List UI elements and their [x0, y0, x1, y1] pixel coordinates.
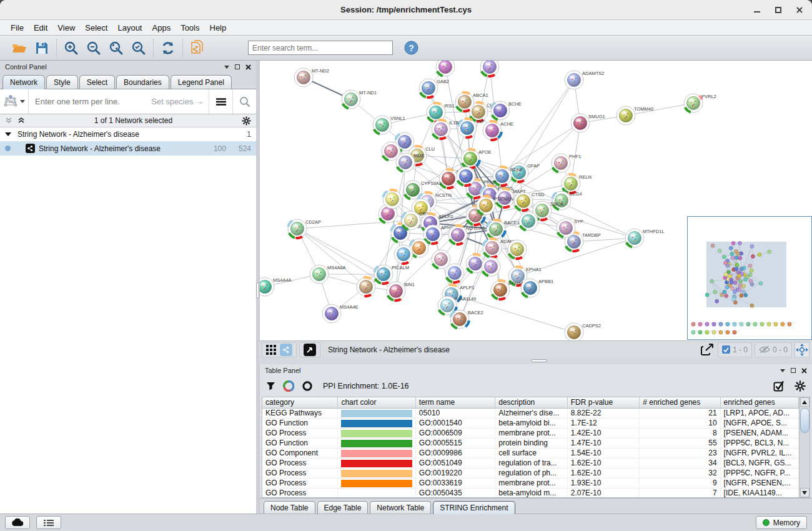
network-node[interactable]: PVRL2	[684, 94, 716, 112]
tab-network-table[interactable]: Network Table	[370, 501, 431, 514]
column-header-description[interactable]: description	[495, 397, 567, 408]
network-node[interactable]: MS4A4A	[260, 277, 292, 296]
scrollbar-thumb[interactable]	[800, 408, 810, 433]
network-node[interactable]: IL1B	[432, 120, 458, 139]
table-row[interactable]: GO ProcessGO:0051049regulation of tra...…	[262, 459, 799, 469]
zoom-fit-icon[interactable]	[108, 40, 124, 56]
column-header-FDR-p-value[interactable]: FDR p-value	[568, 397, 640, 408]
network-node[interactable]	[445, 264, 464, 282]
open-session-icon[interactable]	[11, 40, 27, 56]
tab-style[interactable]: Style	[46, 75, 78, 89]
hidden-eye-icon[interactable]	[759, 345, 770, 354]
table-row[interactable]: GO ProcessGO:0033619membrane prot...1.93…	[262, 479, 799, 489]
string-query-input[interactable]	[34, 96, 146, 107]
network-node[interactable]	[436, 61, 455, 76]
network-node[interactable]: APBB1	[521, 279, 553, 297]
network-node[interactable]: BCHE	[491, 101, 522, 120]
settings-gear-icon[interactable]	[795, 380, 806, 392]
panel-menu-icon[interactable]	[224, 66, 229, 69]
network-node[interactable]: SNCA	[533, 201, 563, 220]
network-node[interactable]: MTHFD1L	[625, 229, 665, 247]
network-node[interactable]	[519, 212, 538, 231]
collection-expand-icon[interactable]	[5, 132, 14, 137]
help-icon[interactable]: ?	[403, 40, 419, 56]
network-node[interactable]	[432, 250, 450, 269]
network-node[interactable]: GAB2	[419, 79, 449, 97]
string-options-icon[interactable]	[209, 89, 232, 114]
splitter-handle-h[interactable]	[531, 359, 547, 362]
network-node[interactable]: CADPS2	[565, 323, 601, 340]
maximize-button[interactable]	[775, 6, 782, 14]
save-session-icon[interactable]	[34, 40, 50, 56]
panel-float-icon[interactable]	[235, 64, 240, 69]
network-node[interactable]: ADAMTS2	[565, 71, 604, 89]
tab-node-table[interactable]: Node Table	[264, 501, 315, 514]
column-header-category[interactable]: category	[262, 397, 338, 408]
tab-boundaries[interactable]: Boundaries	[116, 75, 169, 89]
set-species-link[interactable]: Set species →	[151, 97, 204, 106]
search-input[interactable]	[248, 41, 393, 55]
minimize-button[interactable]	[753, 6, 761, 14]
table-row[interactable]: GO ComponentGO:0009986cell surface1.54E-…	[262, 449, 799, 459]
ring-chart-icon[interactable]	[302, 380, 313, 392]
selected-checkbox-icon[interactable]	[722, 345, 730, 354]
menu-select[interactable]: Select	[81, 22, 112, 34]
column-header-chart-color[interactable]: chart color	[338, 397, 415, 408]
network-node[interactable]	[508, 240, 527, 259]
table-row[interactable]: GO ProcessGO:0050435beta-amyloid m...2.0…	[262, 489, 799, 497]
table-row[interactable]: GO ProcessGO:0006509membrane prot...1.42…	[262, 429, 799, 439]
import-network-icon[interactable]	[189, 40, 205, 56]
menu-layout[interactable]: Layout	[113, 22, 146, 34]
column-header-enriched-genes[interactable]: enriched genes	[721, 397, 799, 408]
cloud-button[interactable]	[5, 516, 30, 529]
export-network-icon[interactable]	[700, 342, 715, 357]
tab-select[interactable]: Select	[79, 75, 115, 89]
network-node[interactable]: RELN	[562, 174, 592, 193]
menu-view[interactable]: View	[53, 22, 79, 34]
menu-tools[interactable]: Tools	[176, 22, 204, 34]
select-all-checkbox-icon[interactable]	[773, 380, 785, 392]
network-node[interactable]: ACHE	[483, 121, 513, 140]
close-button[interactable]	[796, 6, 803, 14]
menu-help[interactable]: Help	[205, 22, 231, 34]
tab-legend-panel[interactable]: Legend Panel	[171, 75, 232, 89]
network-node[interactable]: SMUG1	[571, 114, 605, 132]
tab-string-enrichment[interactable]: STRING Enrichment	[433, 501, 515, 514]
birdseye-view[interactable]	[687, 216, 812, 340]
network-options-gear-icon[interactable]	[242, 116, 251, 126]
memory-button[interactable]: Memory	[756, 516, 807, 529]
network-node[interactable]: BACE1	[487, 220, 520, 239]
network-node[interactable]: VSNL1	[373, 116, 405, 134]
tab-network[interactable]: Network	[2, 75, 45, 89]
table-panel-float-icon[interactable]	[791, 368, 796, 373]
string-share-icon[interactable]	[280, 344, 292, 356]
network-node[interactable]: MS4A4E	[322, 304, 359, 323]
open-in-new-icon[interactable]	[304, 344, 316, 356]
panel-close-icon[interactable]	[245, 64, 251, 70]
table-row[interactable]: GO FunctionGO:0005515protein binding1.47…	[262, 439, 799, 449]
string-logo-icon[interactable]: STRING	[0, 89, 29, 114]
refresh-icon[interactable]	[160, 40, 176, 56]
network-node[interactable]: MT-ND2	[294, 68, 329, 87]
network-node[interactable]: BACE2	[450, 310, 483, 329]
network-node[interactable]: PICALM	[374, 265, 409, 284]
network-node[interactable]: TOMM40	[616, 106, 653, 125]
table-row[interactable]: KEGG Pathways05010Alzheimer's dise...8.8…	[262, 409, 799, 419]
navigator-icon[interactable]	[795, 342, 810, 357]
network-node[interactable]: DLG4	[552, 191, 582, 210]
filter-icon[interactable]	[266, 382, 275, 390]
column-header--enriched-genes[interactable]: # enriched genes	[640, 397, 720, 408]
network-node[interactable]	[394, 245, 413, 264]
table-row[interactable]: GO FunctionGO:0001540beta-amyloid bi...1…	[262, 419, 799, 429]
network-node[interactable]: PHF1	[552, 154, 581, 172]
menu-apps[interactable]: Apps	[148, 22, 176, 34]
zoom-out-icon[interactable]	[86, 40, 102, 56]
scroll-down-arrow[interactable]	[800, 488, 810, 497]
network-node[interactable]: BIN1	[387, 282, 415, 300]
string-search-icon[interactable]	[232, 89, 256, 114]
network-view[interactable]: MT-ND2MT-ND1VSNL1GAB2ADAMTS2PVRL2SMUG1TO…	[259, 61, 812, 340]
scroll-up-arrow[interactable]	[800, 397, 810, 407]
network-node[interactable]: CD2AP	[288, 219, 321, 238]
column-header-term-name[interactable]: term name	[416, 397, 495, 408]
grid-view-icon[interactable]	[266, 345, 276, 355]
